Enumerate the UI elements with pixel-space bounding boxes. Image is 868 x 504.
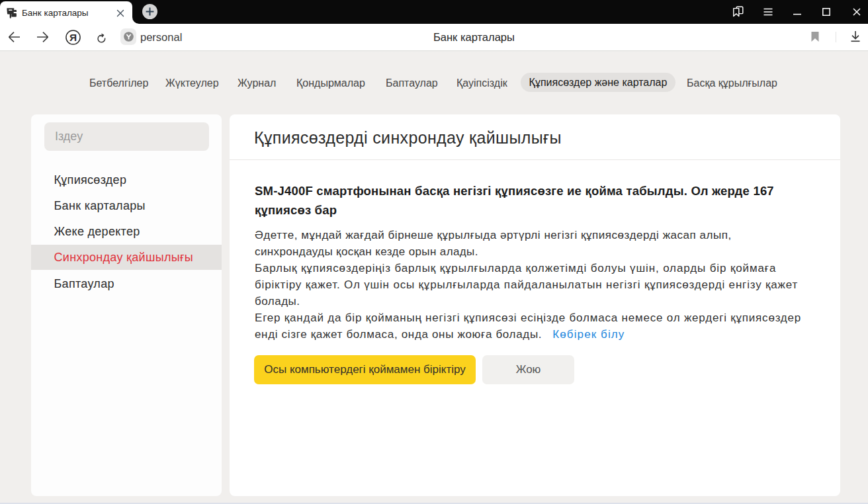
svg-text:Я: Я (69, 32, 77, 43)
